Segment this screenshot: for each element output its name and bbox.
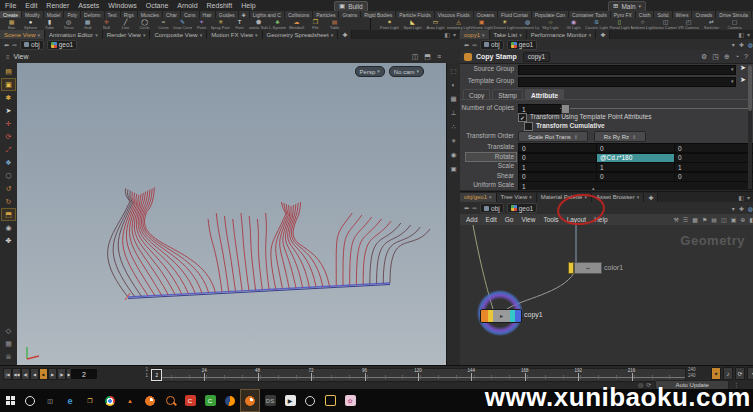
param-translate-x-field[interactable]: 0 [518, 143, 602, 153]
right-tab-performance-monitor[interactable]: Performance Monitor▾ [527, 30, 597, 39]
display-options-icon[interactable]: ⬚ [447, 66, 460, 77]
timeline-ruler[interactable]: 244872961201441681922162 [152, 368, 686, 382]
refresh-icon[interactable]: ⟳ [646, 382, 651, 388]
shelf-tab-particle-fluids[interactable]: Particle Fluids [396, 11, 434, 18]
left-tab-composite-view[interactable]: Composite View▾ [150, 30, 207, 39]
forward-icon[interactable]: ➡ [472, 42, 477, 48]
wrench-icon[interactable]: ⚒ [673, 217, 678, 223]
add-icon[interactable]: ✚ [739, 205, 744, 212]
shelf-tab-rigid-bodies[interactable]: Rigid Bodies [361, 11, 396, 18]
shelf-tab-viscous-fluids[interactable]: Viscous Fluids [435, 11, 474, 18]
vlc-icon[interactable]: ▲ [120, 389, 140, 412]
shelf-tool-sky-light[interactable]: ☼Sky Light [539, 18, 562, 30]
shelf-tab-drive-simula[interactable]: Drive Simula [716, 11, 751, 18]
range-end-fields[interactable]: 240 240 [688, 367, 708, 379]
shelf-tool-switcher[interactable]: ⇄Switcher [700, 18, 723, 30]
shelf-tool-circle[interactable]: ◯Circle [135, 18, 154, 30]
shelf-tab-rigs[interactable]: Rigs [121, 11, 138, 18]
houdini-active-icon[interactable] [240, 389, 260, 412]
shelf-tool-curve[interactable]: ≈Curve [154, 18, 173, 30]
help-icon[interactable]: ? [744, 53, 748, 60]
shelf-tool-sphere[interactable]: ●Sphere [21, 18, 40, 30]
network-menu-go[interactable]: Go [505, 216, 514, 223]
shelf-tool-file[interactable]: ❒File [306, 18, 325, 30]
menu-file[interactable]: File [5, 2, 16, 9]
rotate-icon[interactable]: ⟳ [2, 131, 15, 142]
prev-keyframe-button[interactable]: ◀◀ [12, 368, 21, 380]
prev-frame-button[interactable]: ◀| [21, 368, 30, 380]
shelf-tool-gi-light[interactable]: ◉GI Light [562, 18, 585, 30]
handles-icon[interactable]: ⬡ [2, 170, 15, 181]
shelf-tab-particles[interactable]: Particles [313, 11, 339, 18]
forward-icon[interactable]: ➡ [12, 42, 17, 48]
shelf-tab-create[interactable]: Create [0, 11, 22, 18]
app-red-c-icon[interactable]: C [180, 389, 200, 412]
network-canvas[interactable]: Geometry ▸ copy1 ▪▪ color1 [460, 225, 753, 366]
menu-render[interactable]: Render [46, 2, 69, 9]
chevron-down-icon[interactable]: ▾ [732, 41, 735, 48]
shelf-tool-platonic-solids[interactable]: ⬟Platonic Solids [249, 18, 268, 30]
shelf-tool-draw-curve[interactable]: ✎Draw Curve [173, 18, 192, 30]
loop-icon[interactable]: ⟳ [735, 367, 745, 380]
app-swirl-bw-icon[interactable] [300, 389, 320, 412]
pane-divider-handle[interactable]: ▴ [592, 186, 595, 191]
menu-windows[interactable]: Windows [108, 2, 136, 9]
camera-selector[interactable]: No cam ▾ [389, 66, 424, 77]
network-menu-tools[interactable]: Tools [543, 216, 558, 223]
shelf-tool-box[interactable]: ▦Box [2, 18, 21, 30]
right-tab-take-list[interactable]: Take List▾ [490, 30, 527, 39]
points-icon[interactable]: ∴ [447, 122, 460, 133]
gear-icon[interactable]: ⚙ [701, 53, 707, 60]
audio-icon[interactable]: ♪ [723, 367, 733, 380]
zoom-icon[interactable]: ⊕ [724, 53, 730, 60]
chrome-icon[interactable] [100, 389, 120, 412]
chevron-down-icon[interactable]: ▾ [747, 194, 750, 201]
shelf-tab-container-tools[interactable]: Container Tools [569, 11, 611, 18]
add-icon[interactable]: ✚ [739, 41, 744, 48]
group-select-arrow-button[interactable]: ➤ [740, 76, 746, 84]
scrollbar-thumb[interactable] [748, 65, 752, 111]
path-root-chip[interactable]: obj [20, 40, 44, 50]
viewport-3d[interactable]: Persp ▾ No cam ▾ [17, 63, 446, 365]
cook-icon[interactable]: ◎ [638, 382, 643, 388]
path-node-chip[interactable]: geo1 [47, 40, 77, 50]
dolly-icon[interactable]: ◉ [2, 222, 15, 233]
edge-icon[interactable]: e [60, 389, 80, 412]
normals-icon[interactable]: ⊥ [447, 108, 460, 119]
pane-box-icon[interactable]: ◧ [738, 31, 744, 38]
shelf-tool-portal-light[interactable]: ▯Portal Light [608, 18, 631, 30]
app-pink-icon[interactable]: ✿ [340, 389, 360, 412]
transform-order-selector[interactable]: Scale Rot Trans⇕ [518, 131, 588, 142]
menu-help[interactable]: Help [241, 2, 255, 9]
badge-icon[interactable]: ▤ [711, 217, 717, 223]
shelf-tool-spot-light[interactable]: ◣Spot Light [401, 18, 424, 30]
pane-box-icon[interactable]: ◧ [738, 194, 744, 201]
flag-icon[interactable]: ⚑ [702, 217, 707, 223]
param-translate-y-field[interactable]: 0 [596, 143, 680, 153]
chevron-down-icon[interactable]: ▾ [732, 205, 735, 212]
shelf-tool-stereo-camera[interactable]: ◫Stereo Camera [654, 18, 677, 30]
shelf-tool-volume-light[interactable]: ▣Volume Light [470, 18, 493, 30]
shelf-tool-paint[interactable]: ✦Paint [192, 18, 211, 30]
clock-icon[interactable]: ◔ [747, 367, 753, 380]
path-root-chip[interactable]: obj [480, 203, 504, 213]
pane-split-icon[interactable]: ◫ [412, 53, 419, 60]
tumble-icon[interactable]: ↺ [2, 183, 15, 194]
shelf-tab-oceans[interactable]: Oceans [474, 11, 498, 18]
app-ds-icon[interactable]: DS [260, 389, 280, 412]
menu-octane[interactable]: Octane [146, 2, 169, 9]
rotate-order-selector[interactable]: Rx Ry Rz⇕ [594, 131, 646, 142]
back-icon[interactable]: ⬅ [464, 42, 469, 48]
chevron-down-icon[interactable]: ▾ [453, 31, 456, 38]
shelf-tool-metaball[interactable]: ☁Metaball [287, 18, 306, 30]
shelf-tab-char[interactable]: Char [163, 11, 181, 18]
source-group-field[interactable] [518, 65, 736, 75]
current-frame-field[interactable]: 2 [70, 368, 98, 380]
node-name-field[interactable]: copy1 [523, 52, 550, 62]
cortana-icon[interactable] [20, 389, 40, 412]
shelf-add-tab[interactable]: ✚ [239, 11, 250, 18]
pose-icon[interactable]: ❖ [2, 157, 15, 168]
forward-icon[interactable]: ➡ [472, 205, 477, 211]
left-tab-motion-fx-view[interactable]: Motion FX View▾ [207, 30, 262, 39]
note-icon[interactable]: ◫ [721, 217, 727, 223]
